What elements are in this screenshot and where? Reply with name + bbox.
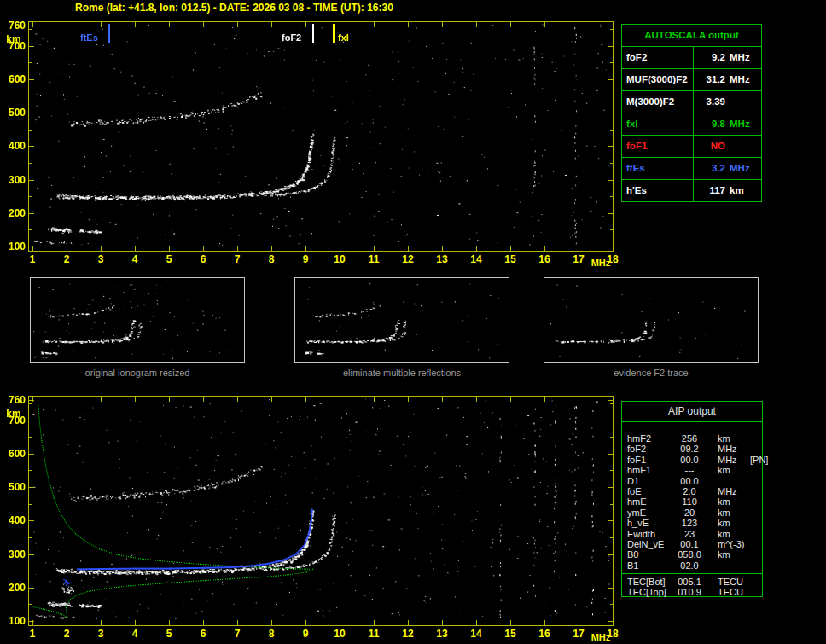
aip-param-flag: [PN] [747,455,768,466]
param-value: 9.8 [694,113,725,135]
x-tick-label: 11 [363,628,385,640]
aip-param-value: 110 [677,496,702,508]
aip-param-flag [747,496,762,508]
autoscala-row-foF1: foF1 NO [622,136,761,158]
aip-param-unit: km [702,508,747,519]
aip-row-Ewidth: Ewidth23km [622,529,762,539]
x-tick-label: 15 [499,253,521,265]
x-tick-label: 4 [124,253,146,265]
foF2-marker-label: foF2 [282,32,301,43]
aip-param-unit: km [702,549,747,560]
aip-row-foF2: foF209.2MHz [622,444,762,454]
autoscala-row-foF2: foF2 9.2MHz [622,47,761,69]
thumb-original-ionogram [30,277,245,363]
aip-param-unit: MHz [702,486,747,497]
y-tick-label: 760 [2,20,26,32]
aip-param-unit: km [702,433,747,444]
aip-param-label: TEC[Bot] [622,577,677,588]
aip-row-B0: B0058.0km [622,549,762,560]
param-value: 9.2 [694,47,725,68]
thumb-caption-eliminate: eliminate multiple reflections [294,368,509,378]
aip-row-tec-bot: TEC[Bot]005.1TECU [622,577,762,587]
y-tick-label: 300 [2,174,26,186]
aip-param-flag [747,518,762,529]
aip-param-value: 010.9 [677,587,702,598]
y-tick-label: 300 [2,548,26,560]
aip-row-DelN_vE: DelN_vE00.1m^(-3) [622,539,762,549]
aip-param-flag [747,444,762,455]
x-tick-label: 6 [192,253,214,265]
aip-param-label: foF1 [622,455,677,466]
x-tick-label: 8 [260,628,282,640]
aip-param-unit: MHz [702,455,747,466]
aip-param-value: 20 [677,508,702,519]
aip-param-flag [747,486,762,497]
x-tick-label: 7 [226,628,248,640]
y-tick-label: 760 [2,394,26,406]
aip-output-title: AIP output [622,402,762,422]
x-tick-label: 3 [90,253,112,265]
x-tick-label: 1 [21,253,44,265]
aip-row-foE: foE2.0MHz [622,486,762,496]
param-value: 117 [694,180,725,201]
x-tick-label: 15 [499,628,521,640]
aip-param-value: 2.0 [677,486,702,497]
autoscala-output-title: AUTOSCALA output [622,25,761,47]
aip-param-value: 256 [677,433,702,444]
aip-param-label: foE [622,486,677,497]
aip-param-label: hmF1 [622,465,677,476]
x-tick-label: 1 [21,628,44,640]
param-value-cell: NO [694,136,761,157]
x-tick-label: 9 [294,628,317,640]
aip-row-hmF2: hmF2256km [622,433,762,444]
aip-param-unit [702,476,747,487]
aip-param-value: 123 [677,518,702,529]
aip-param-label: D1 [622,476,677,487]
param-unit: MHz [730,158,750,179]
x-tick-label: 14 [465,253,487,265]
aip-param-flag [747,476,762,487]
aip-param-label: TEC[Top] [622,587,677,598]
aip-param-flag [747,465,762,476]
aip-row-h_vE: h_vE123km [622,518,762,528]
autoscala-row-hEs: h'Es 117km [622,180,761,201]
aip-param-flag [747,529,762,540]
param-label: ftEs [622,158,694,179]
x-tick-label: 11 [363,253,385,265]
y-tick-label: 600 [2,448,26,460]
param-value: 3.2 [694,158,725,179]
x-tick-label: 2 [55,253,78,265]
param-label: MUF(3000)F2 [622,69,694,90]
aip-param-value: 00.1 [677,539,702,550]
aip-param-value: 058.0 [677,549,702,560]
x-tick-label: 13 [431,628,453,640]
x-axis-unit-label: MHz [586,258,615,268]
fxI-marker-label: fxI [338,32,349,43]
x-tick-label: 16 [533,253,556,265]
aip-param-value: 00.0 [677,455,702,466]
thumb-eliminate-canvas [295,278,509,362]
thumb-evidence-canvas [544,278,758,362]
param-value-cell: 3.2MHz [694,158,761,179]
thumb-eliminate-reflections [294,277,509,363]
param-value-cell: 117km [694,180,761,201]
param-unit: km [730,180,744,201]
thumb-evidence-f2 [544,277,759,363]
aip-param-label: hmF2 [622,433,677,444]
aip-param-flag [747,508,762,519]
y-tick-label: 400 [2,140,26,152]
station-title: Rome (lat: +41.8, lon: 012.5) - DATE: 20… [75,2,393,14]
x-tick-label: 2 [55,628,78,640]
x-axis-unit-label: MHz [586,632,615,642]
aip-param-flag [747,560,762,571]
aip-param-value: 005.1 [677,577,702,588]
aip-row-hmF1: hmF1---km [622,465,762,475]
y-tick-label: 500 [2,481,26,493]
aip-param-flag [747,577,762,588]
aip-param-unit: MHz [702,444,747,455]
x-tick-label: 3 [90,628,112,640]
x-tick-label: 4 [124,628,146,640]
x-tick-label: 8 [260,253,282,265]
aip-param-flag [747,539,762,550]
param-unit: MHz [730,69,750,90]
